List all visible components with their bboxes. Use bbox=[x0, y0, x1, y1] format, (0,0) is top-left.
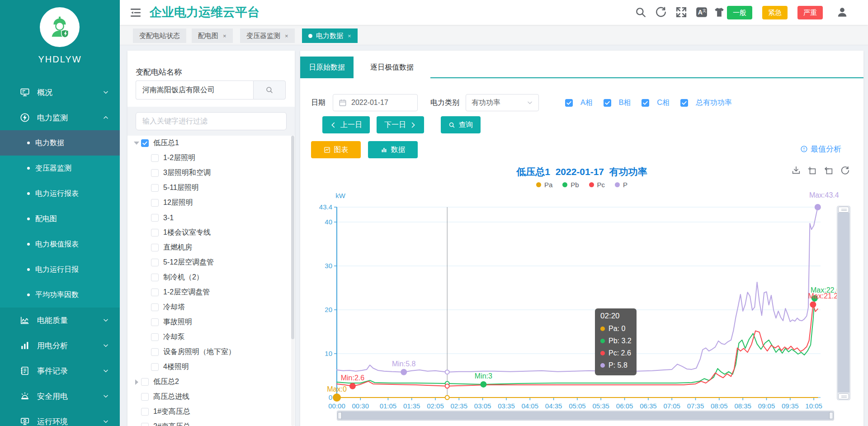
window-tab-配电图[interactable]: 配电图× bbox=[192, 28, 233, 43]
legend-item-P[interactable]: P bbox=[615, 181, 627, 189]
tab-daily-raw-data[interactable]: 日原始数据 bbox=[300, 57, 354, 78]
alarm-badge-严重[interactable]: 严重 bbox=[797, 6, 823, 19]
sidebar-item-电力监测[interactable]: 电力监测 bbox=[0, 105, 120, 130]
tree-node-冷却塔[interactable]: 冷却塔 bbox=[132, 300, 288, 315]
close-tab-icon[interactable]: × bbox=[223, 33, 226, 39]
checkbox-unchecked[interactable] bbox=[151, 274, 159, 281]
tree-node-1#变高压总[interactable]: 1#变高压总 bbox=[132, 404, 288, 419]
alarm-badge-一般[interactable]: 一般 bbox=[727, 6, 752, 19]
checkbox-unchecked[interactable] bbox=[151, 259, 159, 266]
query-button[interactable]: 查询 bbox=[441, 116, 481, 133]
checkbox-checked[interactable] bbox=[680, 99, 688, 107]
tree-node-事故照明[interactable]: 事故照明 bbox=[132, 315, 288, 330]
window-tab-电力数据[interactable]: 电力数据× bbox=[302, 28, 358, 43]
station-name-input[interactable] bbox=[136, 80, 253, 99]
sidebar-item-用电分析[interactable]: 用电分析 bbox=[0, 333, 120, 358]
caret-right-icon[interactable] bbox=[132, 379, 141, 385]
tab-daily-extreme-data[interactable]: 逐日极值数据 bbox=[354, 57, 430, 78]
x-datazoom-handle-left[interactable] bbox=[338, 412, 342, 419]
checkbox-unchecked[interactable] bbox=[141, 408, 149, 416]
sidebar-subitem-电力数据[interactable]: 电力数据 bbox=[0, 130, 120, 156]
tree-node-低压总2[interactable]: 低压总2 bbox=[132, 374, 288, 389]
x-datazoom-fill[interactable] bbox=[341, 412, 830, 420]
sidebar-item-事件记录[interactable]: 事件记录 bbox=[0, 358, 120, 383]
checkbox-unchecked[interactable] bbox=[141, 378, 149, 386]
menu-collapse-icon[interactable] bbox=[130, 7, 142, 18]
y-datazoom-handle-top[interactable] bbox=[838, 207, 849, 213]
checkbox-checked[interactable] bbox=[141, 139, 149, 147]
checkbox-checked[interactable] bbox=[642, 99, 649, 107]
tree-node-制冷机（2）[interactable]: 制冷机（2） bbox=[132, 270, 288, 285]
y-datazoom-slider[interactable] bbox=[837, 206, 850, 400]
sidebar-subitem-配电图[interactable]: 配电图 bbox=[0, 206, 120, 232]
tree-node-1楼会议室专线[interactable]: 1楼会议室专线 bbox=[132, 225, 288, 240]
tree-node-2#变高压总[interactable]: 2#变高压总 bbox=[132, 419, 288, 426]
tree-node-设备房照明（地下室）[interactable]: 设备房照明（地下室） bbox=[132, 345, 288, 360]
checkbox-unchecked[interactable] bbox=[151, 184, 159, 192]
tree-node-低压总1[interactable]: 低压总1 bbox=[132, 136, 288, 151]
checkbox-unchecked[interactable] bbox=[141, 423, 149, 426]
phase-checkbox-总有功功率[interactable]: 总有功功率 bbox=[680, 98, 732, 108]
refresh-chart-icon[interactable] bbox=[840, 166, 850, 175]
y-datazoom-fill[interactable] bbox=[838, 213, 849, 393]
station-search-button[interactable] bbox=[253, 80, 286, 99]
alarm-badge-紧急[interactable]: 紧急 bbox=[762, 6, 788, 19]
tree-node-高压总进线[interactable]: 高压总进线 bbox=[132, 389, 288, 404]
translate-icon[interactable]: A文 bbox=[696, 6, 708, 18]
sidebar-subitem-平均功率因数[interactable]: 平均功率因数 bbox=[0, 282, 120, 308]
checkbox-unchecked[interactable] bbox=[151, 348, 159, 356]
line-chart[interactable]: kW01020304043.400:0000:3001:0501:3502:05… bbox=[300, 190, 863, 426]
x-datazoom-handle-right[interactable] bbox=[829, 412, 833, 419]
tree-node-5-12层空调盘管[interactable]: 5-12层空调盘管 bbox=[132, 255, 288, 270]
tree-filter-input[interactable] bbox=[136, 112, 287, 130]
phase-checkbox-A相[interactable]: A相 bbox=[565, 98, 593, 108]
checkbox-unchecked[interactable] bbox=[151, 333, 159, 341]
power-type-select[interactable]: 有功功率 bbox=[466, 94, 539, 111]
datazoom-select-icon[interactable] bbox=[807, 166, 817, 175]
sidebar-item-概况[interactable]: 概况 bbox=[0, 80, 120, 105]
fullscreen-icon[interactable] bbox=[675, 6, 687, 18]
checkbox-unchecked[interactable] bbox=[141, 393, 149, 401]
sidebar-subitem-电力运行日报[interactable]: 电力运行日报 bbox=[0, 257, 120, 282]
search-icon[interactable] bbox=[635, 6, 646, 18]
user-icon[interactable] bbox=[836, 6, 848, 18]
phase-checkbox-B相[interactable]: B相 bbox=[604, 98, 631, 108]
save-image-icon[interactable] bbox=[791, 166, 801, 175]
legend-item-Pa[interactable]: Pa bbox=[536, 181, 552, 189]
x-datazoom-slider[interactable] bbox=[337, 411, 834, 421]
tree-node-直燃机房[interactable]: 直燃机房 bbox=[132, 240, 288, 255]
tree-scrollbar-thumb[interactable] bbox=[291, 136, 294, 339]
tree-node-5-11层照明[interactable]: 5-11层照明 bbox=[132, 180, 288, 195]
theme-shirt-icon[interactable] bbox=[713, 6, 725, 18]
sidebar-subitem-变压器监测[interactable]: 变压器监测 bbox=[0, 156, 120, 181]
tree-node-4楼照明[interactable]: 4楼照明 bbox=[132, 360, 288, 374]
checkbox-unchecked[interactable] bbox=[151, 154, 159, 162]
checkbox-unchecked[interactable] bbox=[151, 318, 159, 326]
sidebar-subitem-电力极值报表[interactable]: 电力极值报表 bbox=[0, 232, 120, 257]
checkbox-checked[interactable] bbox=[604, 99, 611, 107]
extreme-analysis-link[interactable]: 最值分析 bbox=[800, 144, 841, 154]
checkbox-unchecked[interactable] bbox=[151, 244, 159, 251]
sidebar-item-安全用电[interactable]: 安全用电 bbox=[0, 383, 120, 409]
close-tab-icon[interactable]: × bbox=[285, 33, 288, 39]
y-datazoom-handle-bottom[interactable] bbox=[838, 393, 849, 399]
legend-item-Pc[interactable]: Pc bbox=[589, 181, 605, 189]
phase-checkbox-C相[interactable]: C相 bbox=[642, 98, 670, 108]
checkbox-unchecked[interactable] bbox=[151, 303, 159, 311]
tree-node-1-2层照明[interactable]: 1-2层照明 bbox=[132, 151, 288, 166]
checkbox-unchecked[interactable] bbox=[151, 289, 159, 296]
checkbox-unchecked[interactable] bbox=[151, 229, 159, 237]
prev-day-button[interactable]: 上一日 bbox=[322, 116, 370, 133]
sidebar-subitem-电力运行报表[interactable]: 电力运行报表 bbox=[0, 181, 120, 206]
legend-item-Pb[interactable]: Pb bbox=[562, 181, 579, 189]
tree-node-3-1[interactable]: 3-1 bbox=[132, 210, 288, 225]
sidebar-item-电能质量[interactable]: 电能质量 bbox=[0, 308, 120, 333]
refresh-icon[interactable] bbox=[655, 6, 667, 18]
avatar[interactable] bbox=[40, 7, 80, 47]
window-tab-变配电站状态[interactable]: 变配电站状态 bbox=[133, 28, 186, 43]
data-view-button[interactable]: 数据 bbox=[368, 141, 418, 158]
chart-view-button[interactable]: 图表 bbox=[311, 141, 361, 158]
tree-node-12层照明[interactable]: 12层照明 bbox=[132, 195, 288, 210]
checkbox-unchecked[interactable] bbox=[151, 214, 159, 222]
tree-node-冷却泵[interactable]: 冷却泵 bbox=[132, 330, 288, 345]
